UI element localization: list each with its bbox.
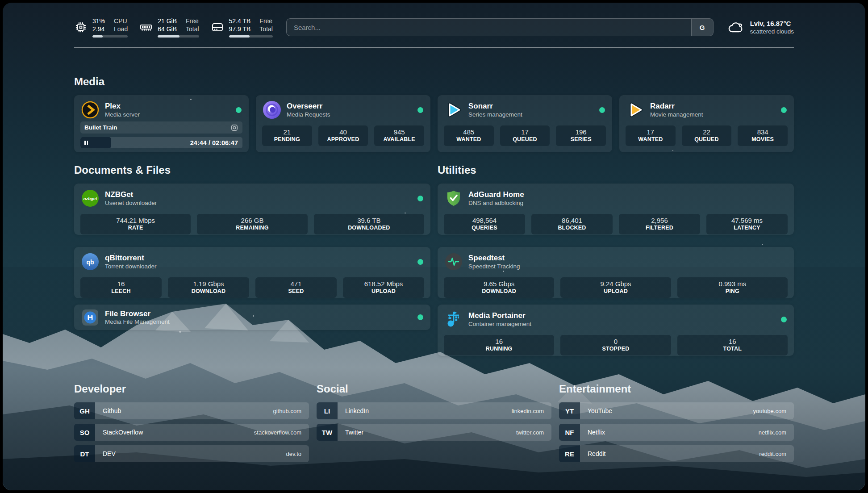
stat-box: 86,401 BLOCKED xyxy=(531,214,613,234)
overseerr-name: Overseerr xyxy=(287,101,330,111)
nzbget-icon: nzbget xyxy=(81,189,99,207)
bookmark-abbr: GH xyxy=(74,402,95,419)
speedtest-card[interactable]: Speedtest Speedtest Tracking 9.65 Gbps D… xyxy=(438,247,794,298)
portainer-card[interactable]: Media Portainer Container management 16 … xyxy=(438,305,794,356)
bookmark-url: stackoverflow.com xyxy=(254,429,301,436)
adguard-icon xyxy=(445,189,463,207)
bookmark-stackoverflow[interactable]: SO StackOverflow stackoverflow.com xyxy=(74,424,309,441)
bookmark-github[interactable]: GH Github github.com xyxy=(74,402,309,419)
speedtest-icon xyxy=(445,253,463,271)
plex-card[interactable]: Plex Media server Bullet Train xyxy=(74,95,249,152)
bookmark-url: linkedin.com xyxy=(512,408,544,414)
qbittorrent-name: qBittorrent xyxy=(105,253,157,263)
bookmark-name: DEV xyxy=(103,450,116,457)
stat-box: 471 SEED xyxy=(255,277,337,298)
memory-progress-fill xyxy=(158,35,179,38)
stat-box: 40 APPROVED xyxy=(318,125,368,146)
stat-box: 2,956 FILTERED xyxy=(619,214,700,234)
disk-free-value: 52.4 TB xyxy=(229,17,251,25)
search-provider-button[interactable]: G xyxy=(691,19,713,36)
bookmark-name: Github xyxy=(103,407,121,414)
stat-box: 196 SERIES xyxy=(556,125,606,146)
section-title-developer: Developer xyxy=(74,383,309,395)
disk-progress-track xyxy=(229,35,273,38)
bookmark-abbr: YT xyxy=(559,402,580,419)
bookmark-reddit[interactable]: RE Reddit reddit.com xyxy=(559,445,794,462)
disk-progress-fill xyxy=(229,35,250,38)
overseerr-status-dot xyxy=(417,107,423,113)
section-title-utilities: Utilities xyxy=(438,164,794,176)
stat-box: 16 RUNNING xyxy=(444,335,554,355)
dashboard-frame: 31% 2.94 CPU Load xyxy=(3,3,865,490)
sonarr-subtitle: Series management xyxy=(468,111,522,119)
section-title-social: Social xyxy=(317,383,551,395)
cpu-usage-value: 31% xyxy=(92,17,105,25)
cpu-icon xyxy=(74,21,88,34)
bookmark-name: Twitter xyxy=(345,429,363,436)
qbittorrent-icon: qb xyxy=(81,253,99,271)
bookmark-abbr: TW xyxy=(317,424,338,441)
stat-box: 17 WANTED xyxy=(626,125,676,146)
sonarr-card[interactable]: Sonarr Series management 485 WANTED 17 Q… xyxy=(438,95,612,152)
section-social: Social LI LinkedIn linkedin.com TW Twitt… xyxy=(317,383,551,467)
memory-total-value: 64 GiB xyxy=(158,25,177,33)
plex-icon xyxy=(81,101,99,119)
bookmark-dev[interactable]: DT DEV dev.to xyxy=(74,445,309,462)
bookmark-twitter[interactable]: TW Twitter twitter.com xyxy=(317,424,551,441)
plex-name: Plex xyxy=(105,101,140,111)
plex-now-playing-title: Bullet Train xyxy=(84,124,117,131)
overseerr-subtitle: Media Requests xyxy=(287,111,330,119)
search-bar[interactable]: G xyxy=(286,18,714,36)
disk-free-label: Free xyxy=(259,17,273,25)
cpu-widget: 31% 2.94 CPU Load xyxy=(74,17,128,38)
radarr-status-dot xyxy=(781,107,787,113)
stat-box: 266 GB REMAINING xyxy=(197,214,307,234)
section-title-entertainment: Entertainment xyxy=(559,383,794,395)
bookmark-url: netflix.com xyxy=(759,429,786,436)
disk-icon xyxy=(211,21,224,34)
qbittorrent-subtitle: Torrent downloader xyxy=(105,263,157,271)
cpu-progress-fill xyxy=(92,35,103,38)
sonarr-status-dot xyxy=(599,107,605,113)
bookmark-name: Netflix xyxy=(588,429,605,436)
memory-free-value: 21 GiB xyxy=(158,17,177,25)
top-bar: 31% 2.94 CPU Load xyxy=(74,3,794,38)
stat-box: 744.21 Mbps RATE xyxy=(80,214,191,234)
qbittorrent-card[interactable]: qb qBittorrent Torrent downloader 16 LEE… xyxy=(74,247,430,298)
section-entertainment: Entertainment YT YouTube youtube.com NF … xyxy=(559,383,794,467)
speedtest-name: Speedtest xyxy=(468,253,520,263)
cpu-load-label: Load xyxy=(114,25,128,33)
adguard-card[interactable]: AdGuard Home DNS and adblocking 498,564 … xyxy=(438,184,794,235)
plex-time: 24:44 / 02:06:47 xyxy=(190,139,238,146)
bookmark-abbr: DT xyxy=(74,445,95,462)
bookmark-url: github.com xyxy=(273,408,301,414)
stat-box: 16 LEECH xyxy=(80,277,162,298)
bookmark-url: youtube.com xyxy=(753,408,786,414)
bookmark-netflix[interactable]: NF Netflix netflix.com xyxy=(559,424,794,441)
disk-widget: 52.4 TB 97.9 TB Free Total xyxy=(211,17,273,38)
sonarr-icon xyxy=(445,101,463,119)
bookmark-linkedin[interactable]: LI LinkedIn linkedin.com xyxy=(317,402,551,419)
topbar-divider xyxy=(74,47,794,48)
bookmark-youtube[interactable]: YT YouTube youtube.com xyxy=(559,402,794,419)
filebrowser-card[interactable]: File Browser Media File Management xyxy=(74,305,430,330)
portainer-name: Media Portainer xyxy=(468,311,531,320)
adguard-subtitle: DNS and adblocking xyxy=(468,200,524,207)
disk-total-value: 97.9 TB xyxy=(229,25,251,33)
section-documents: Documents & Files nzbget NZBGet Usenet d xyxy=(74,164,430,356)
filebrowser-subtitle: Media File Management xyxy=(105,318,170,326)
weather-location-temp: Lviv, 16.87°C xyxy=(750,19,794,28)
radarr-card[interactable]: Radarr Movie management 17 WANTED 22 QUE… xyxy=(619,95,794,152)
bookmark-name: YouTube xyxy=(588,407,612,414)
search-input[interactable] xyxy=(287,19,691,36)
radarr-subtitle: Movie management xyxy=(650,111,703,119)
bookmark-url: reddit.com xyxy=(759,451,786,457)
portainer-subtitle: Container management xyxy=(468,321,531,328)
nzbget-card[interactable]: nzbget NZBGet Usenet downloader 744.21 M… xyxy=(74,184,430,235)
stat-box: 39.6 TB DOWNLOADED xyxy=(314,214,424,234)
cloud-icon xyxy=(727,19,745,35)
overseerr-card[interactable]: Overseerr Media Requests 21 PENDING 40 A… xyxy=(256,95,430,152)
media-view-icon[interactable] xyxy=(230,124,238,132)
plex-subtitle: Media server xyxy=(105,111,140,119)
svg-text:nzbget: nzbget xyxy=(83,196,97,201)
